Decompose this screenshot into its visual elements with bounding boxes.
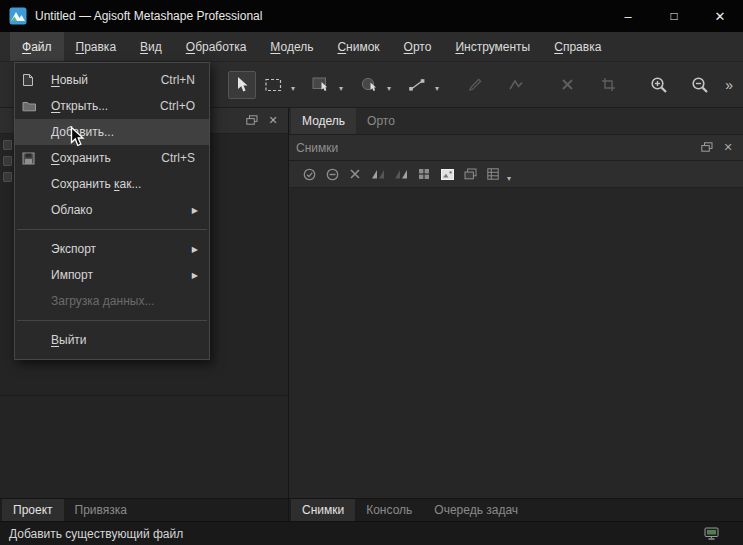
menubar-file[interactable]: Файл [10,32,64,61]
tab-console[interactable]: Консоль [355,499,423,521]
image-preview-icon[interactable] [437,164,457,184]
move-object-icon [312,77,330,92]
file-menu-item-exit[interactable]: Выйти [15,327,209,353]
network-processing-icon[interactable] [704,527,720,540]
polyline-tool-button[interactable] [502,71,530,99]
toolbar-overflow-button[interactable]: » [721,77,737,93]
view-tabs: Модель Орто [289,108,743,135]
menubar-ortho-label: Орто [404,40,432,54]
chevron-down-icon[interactable]: ▾ [435,84,439,93]
dock-tab-strip: Проект Привязка Снимки Консоль Очередь з… [0,498,743,521]
float-pane-icon[interactable] [244,113,260,129]
small-thumbnails-icon[interactable] [414,164,434,184]
remove-camera-icon[interactable] [345,164,365,184]
empty-icon-slot [22,293,44,309]
application-window: Untitled — Agisoft Metashape Professiona… [0,0,743,545]
tab-project[interactable]: Проект [2,499,64,521]
maximize-button[interactable]: □ [651,0,697,32]
pen-tool-button[interactable] [461,71,489,99]
rotate-object-tool-button[interactable] [355,71,383,99]
enable-camera-icon[interactable] [299,164,319,184]
rotate-left-icon[interactable] [368,164,388,184]
tab-reference[interactable]: Привязка [64,499,138,521]
pane-splitter[interactable] [0,395,288,396]
left-dock-tabs: Проект Привязка [0,499,289,521]
camera-groups-icon[interactable] [460,164,480,184]
rectangle-selection-icon [265,78,282,92]
window-controls: – □ ✕ [605,0,743,32]
photos-list-area[interactable] [289,188,743,498]
menu-shortcut: Ctrl+N [161,73,203,87]
file-menu-item-import[interactable]: Импорт ▶ [15,262,209,288]
ruler-tool-button[interactable] [403,71,431,99]
zoom-out-button[interactable] [686,71,714,99]
select-arrow-icon [236,76,249,93]
tab-photos[interactable]: Снимки [291,499,355,521]
menubar-ortho[interactable]: Орто [392,32,444,61]
zoom-in-button[interactable] [645,71,673,99]
empty-icon-slot [22,124,44,140]
menubar-view[interactable]: Вид [128,32,174,61]
menubar-help[interactable]: Справка [542,32,613,61]
menubar-workflow[interactable]: Обработка [174,32,259,61]
empty-icon-slot [22,202,44,218]
minimize-icon: – [624,9,631,24]
tab-ortho[interactable]: Орто [356,108,406,134]
empty-icon-slot [22,241,44,257]
menubar-photo[interactable]: Снимок [325,32,391,61]
chevron-down-icon[interactable]: ▾ [291,84,295,93]
chevron-down-icon[interactable]: ▾ [387,84,391,93]
minimize-button[interactable]: – [605,0,651,32]
chevron-down-icon[interactable]: ▾ [339,84,343,93]
crop-selection-button[interactable] [594,71,622,99]
menubar-model[interactable]: Модель [258,32,325,61]
close-icon: ✕ [715,9,726,24]
tab-model[interactable]: Модель [291,108,356,134]
menu-separator [17,229,207,230]
menubar-help-label: Справка [554,40,601,54]
menubar-workflow-label: Обработка [186,40,247,54]
menu-shortcut: Ctrl+S [161,151,203,165]
rectangle-selection-tool-button[interactable] [259,71,287,99]
file-menu-item-append[interactable]: Добавить... [15,119,209,145]
disable-camera-icon[interactable] [322,164,342,184]
rotate-object-icon [361,77,378,92]
menubar-tools-label: Инструменты [455,40,530,54]
menubar-file-label: Файл [22,40,52,54]
float-pane-icon[interactable] [699,140,715,156]
photos-pane-header: Снимки ✕ [289,135,743,161]
rotate-right-icon[interactable] [391,164,411,184]
close-pane-icon[interactable]: ✕ [265,113,281,129]
empty-icon-slot [22,176,44,192]
hidden-toolbar-icon-sliver [3,156,12,166]
polyline-tool-icon [508,79,524,91]
move-object-tool-button[interactable] [307,71,335,99]
right-dock-tabs: Снимки Консоль Очередь задач [289,499,529,521]
menubar-edit[interactable]: Правка [64,32,129,61]
file-menu-item-save-as[interactable]: Сохранить как... [15,171,209,197]
menubar-tools[interactable]: Инструменты [443,32,542,61]
file-menu-item-new[interactable]: Новый Ctrl+N [15,67,209,93]
close-pane-icon[interactable]: ✕ [720,140,736,156]
delete-x-icon [561,78,574,91]
delete-selection-button[interactable] [553,71,581,99]
menu-item-label: Облако [51,203,92,217]
close-button[interactable]: ✕ [697,0,743,32]
file-menu-item-cloud[interactable]: Облако ▶ [15,197,209,223]
navigation-tool-button[interactable] [228,71,256,99]
statusbar: Добавить существующий файл [0,521,743,545]
file-menu-item-download-data: Загрузка данных... [15,288,209,314]
menu-separator [17,320,207,321]
file-dropdown-menu: Новый Ctrl+N Открыть... Ctrl+O Добавить.… [14,62,210,360]
file-menu-item-open[interactable]: Открыть... Ctrl+O [15,93,209,119]
chevron-down-icon[interactable]: ▾ [507,174,511,183]
metashape-logo-icon [9,7,27,25]
crop-icon [601,77,616,92]
menubar-photo-label: Снимок [337,40,379,54]
new-file-icon [22,72,44,88]
tab-job-queue[interactable]: Очередь задач [423,499,529,521]
file-menu-item-save[interactable]: Сохранить Ctrl+S [15,145,209,171]
window-title: Untitled — Agisoft Metashape Professiona… [35,9,262,23]
view-mode-grid-icon[interactable] [483,164,503,184]
file-menu-item-export[interactable]: Экспорт ▶ [15,236,209,262]
